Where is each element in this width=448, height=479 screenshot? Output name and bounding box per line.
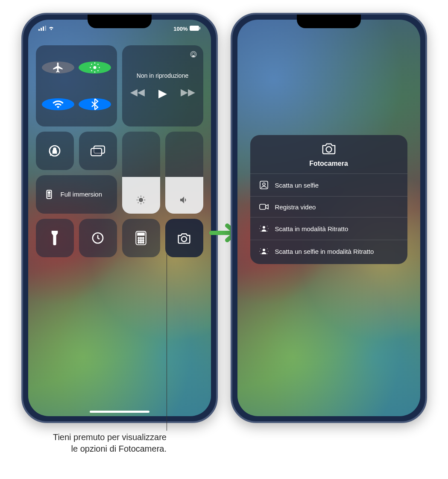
svg-rect-11 [91, 148, 102, 156]
focus-label: Full immersion [61, 191, 102, 198]
svg-point-34 [267, 226, 268, 226]
camera-menu-item-selfie[interactable]: Scatta un selfie [250, 173, 407, 196]
svg-point-18 [138, 237, 139, 238]
callout-leader-line [167, 259, 167, 431]
cellular-data-button[interactable] [79, 62, 111, 73]
camera-button[interactable] [165, 219, 203, 257]
calculator-button[interactable] [122, 219, 160, 257]
screen-left: 100% [28, 20, 211, 416]
svg-rect-3 [45, 26, 46, 31]
wifi-button[interactable] [42, 98, 74, 110]
play-icon[interactable]: ▶ [158, 87, 167, 100]
figure-layout: 100% [0, 0, 448, 423]
svg-point-19 [140, 237, 141, 238]
camera-context-menu: Fotocamera Scatta un selfie Registra vid… [250, 135, 407, 264]
svg-point-41 [267, 248, 268, 249]
svg-point-43 [267, 253, 268, 254]
camera-menu-title: Fotocamera [309, 160, 348, 168]
svg-point-24 [138, 242, 139, 243]
screen-right: Fotocamera Scatta un selfie Registra vid… [237, 20, 420, 416]
phone-left: 100% [21, 13, 218, 423]
svg-point-32 [263, 226, 265, 229]
control-center-grid: Non in riproduzione ◀◀ ▶ ▶▶ [36, 45, 203, 257]
svg-point-39 [263, 249, 265, 251]
svg-rect-31 [260, 204, 266, 209]
camera-menu-item-video[interactable]: Registra video [250, 196, 407, 217]
svg-point-33 [260, 226, 261, 226]
svg-rect-0 [38, 29, 40, 31]
svg-point-40 [260, 248, 261, 249]
svg-rect-4 [190, 26, 199, 31]
callout-text: Tieni premuto per visualizzare le opzion… [47, 432, 167, 455]
timer-button[interactable] [79, 219, 117, 257]
screen-mirroring-button[interactable] [79, 132, 117, 170]
svg-point-22 [140, 240, 141, 241]
svg-rect-1 [41, 28, 42, 31]
notch [88, 15, 152, 28]
bluetooth-button[interactable] [79, 98, 111, 110]
camera-menu-item-label: Scatta in modalità Ritratto [275, 225, 348, 232]
focus-button[interactable]: Full immersion [36, 175, 117, 214]
camera-menu-item-label: Registra video [275, 203, 316, 211]
svg-point-36 [267, 231, 268, 232]
svg-point-6 [93, 66, 96, 69]
svg-point-25 [140, 242, 141, 243]
svg-point-26 [143, 242, 144, 243]
rewind-icon[interactable]: ◀◀ [130, 87, 145, 100]
camera-menu-item-label: Scatta un selfie [275, 182, 319, 189]
orientation-lock-button[interactable] [36, 132, 74, 170]
camera-menu-item-portrait[interactable]: Scatta in modalità Ritratto [250, 217, 407, 240]
airplane-mode-button[interactable] [42, 62, 74, 73]
camera-icon [321, 142, 337, 156]
camera-menu-item-label: Scatta un selfie in modalità Ritratto [275, 248, 374, 255]
media-playback-tile[interactable]: Non in riproduzione ◀◀ ▶ ▶▶ [122, 45, 203, 126]
svg-point-20 [143, 237, 144, 238]
volume-slider[interactable] [165, 132, 203, 214]
svg-point-12 [139, 198, 143, 202]
svg-point-28 [326, 147, 331, 152]
battery-percent: 100% [173, 26, 187, 32]
svg-rect-17 [138, 233, 144, 235]
svg-point-44 [259, 251, 260, 252]
brightness-slider[interactable] [122, 132, 160, 214]
home-indicator[interactable] [90, 411, 149, 413]
svg-point-38 [268, 228, 269, 229]
connectivity-group[interactable] [36, 45, 117, 126]
svg-point-21 [138, 240, 139, 241]
battery-icon [190, 26, 201, 32]
svg-point-42 [260, 253, 261, 254]
svg-point-23 [143, 240, 144, 241]
camera-menu-header: Fotocamera [250, 142, 407, 173]
svg-point-14 [48, 192, 50, 194]
cellular-signal-icon [38, 26, 46, 32]
notch [297, 15, 361, 28]
svg-point-27 [182, 236, 187, 241]
svg-rect-5 [199, 27, 200, 29]
now-playing-label: Non in riproduzione [137, 72, 188, 79]
svg-point-30 [263, 183, 265, 185]
airplay-icon[interactable] [190, 50, 197, 60]
svg-rect-2 [43, 26, 44, 31]
flashlight-button[interactable] [36, 219, 74, 257]
svg-point-45 [268, 251, 269, 252]
camera-menu-item-portrait-selfie[interactable]: Scatta un selfie in modalità Ritratto [250, 240, 407, 262]
wifi-icon [48, 26, 55, 32]
phone-right: Fotocamera Scatta un selfie Registra vid… [231, 13, 427, 423]
forward-icon[interactable]: ▶▶ [181, 87, 195, 100]
svg-point-35 [260, 231, 261, 232]
svg-point-37 [259, 228, 260, 229]
